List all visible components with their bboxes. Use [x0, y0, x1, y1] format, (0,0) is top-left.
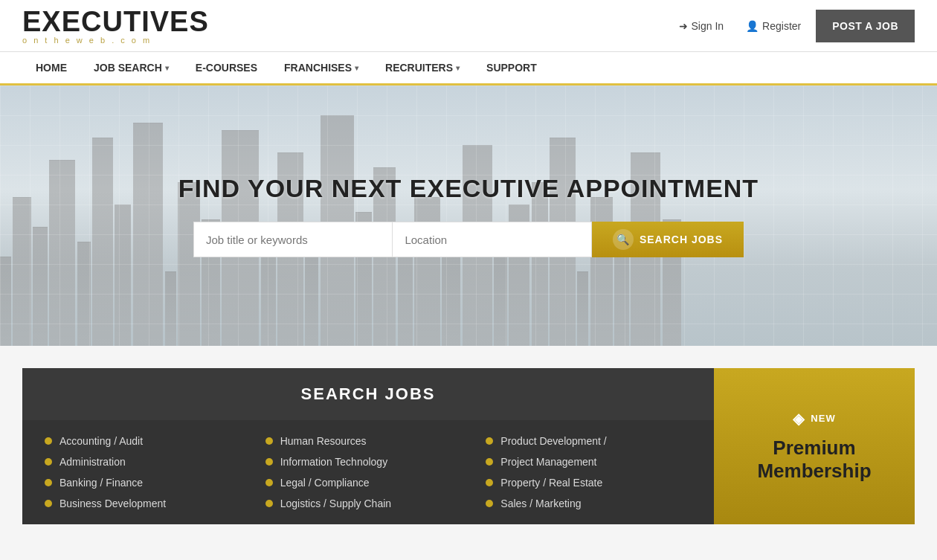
search-jobs-panel: SEARCH JOBS Accounting / Audit Human Res… [22, 368, 714, 524]
bullet-dot [265, 437, 273, 445]
list-item[interactable]: Administration [45, 456, 251, 468]
bullet-dot [265, 458, 273, 466]
bullet-dot [265, 500, 273, 507]
location-search-input[interactable] [392, 222, 591, 257]
logo: EXECUTIVES o n t h e w e b . c o m [22, 7, 209, 45]
premium-badge: ◈ NEW [793, 410, 835, 428]
bullet-dot [265, 479, 273, 486]
logo-bottom: o n t h e w e b . c o m [22, 36, 209, 45]
header: EXECUTIVES o n t h e w e b . c o m ➜ Sig… [0, 0, 937, 52]
category-label: Business Development [59, 498, 166, 509]
nav-item-home[interactable]: HOME [22, 52, 80, 83]
nav-label-support: SUPPORT [486, 62, 537, 74]
list-item[interactable]: Project Management [486, 456, 692, 468]
register-label: Register [762, 20, 801, 32]
category-label: Information Technology [280, 456, 388, 468]
header-actions: ➜ Sign In 👤 Register POST A JOB [672, 10, 915, 42]
category-label: Logistics / Supply Chain [280, 498, 391, 509]
bullet-dot [486, 479, 493, 486]
register-link[interactable]: 👤 Register [738, 16, 808, 36]
nav-item-franchises[interactable]: FRANCHISES ▾ [271, 52, 372, 83]
post-job-button[interactable]: POST A JOB [816, 10, 915, 42]
search-bar: 🔍 SEARCH JOBS [193, 222, 744, 257]
nav-item-support[interactable]: SUPPORT [473, 52, 550, 83]
chevron-down-icon-3: ▾ [456, 64, 460, 72]
list-item[interactable]: Logistics / Supply Chain [265, 498, 471, 509]
hero-title: FIND YOUR NEXT EXECUTIVE APPOINTMENT [22, 174, 915, 203]
main-nav: HOME JOB SEARCH ▾ E-COURSES FRANCHISES ▾… [0, 52, 937, 86]
nav-item-recruiters[interactable]: RECRUITERS ▾ [372, 52, 473, 83]
chevron-down-icon: ▾ [165, 64, 169, 72]
list-item[interactable]: Sales / Marketing [486, 498, 692, 509]
bullet-dot [45, 437, 52, 445]
hero-section: FIND YOUR NEXT EXECUTIVE APPOINTMENT 🔍 S… [0, 86, 937, 346]
list-item[interactable]: Accounting / Audit [45, 435, 251, 447]
bullet-dot [486, 437, 493, 445]
list-item[interactable]: Human Resources [265, 435, 471, 447]
search-jobs-button[interactable]: 🔍 SEARCH JOBS [592, 222, 744, 257]
nav-label-job-search: JOB SEARCH [94, 62, 162, 74]
nav-item-job-search[interactable]: JOB SEARCH ▾ [80, 52, 182, 83]
chevron-down-icon-2: ▾ [355, 64, 358, 72]
diamond-icon: ◈ [793, 410, 805, 428]
category-label: Legal / Compliance [280, 477, 370, 489]
search-jobs-title: SEARCH JOBS [301, 384, 436, 403]
logo-top: EXECUTIVES [22, 7, 209, 36]
category-label: Administration [59, 456, 126, 468]
bullet-dot [486, 500, 493, 507]
user-icon: 👤 [746, 20, 759, 32]
list-item[interactable]: Business Development [45, 498, 251, 509]
hero-content: FIND YOUR NEXT EXECUTIVE APPOINTMENT 🔍 S… [0, 174, 937, 257]
category-label: Human Resources [280, 435, 367, 447]
list-item[interactable]: Banking / Finance [45, 477, 251, 489]
list-item[interactable]: Product Development / [486, 435, 692, 447]
signin-link[interactable]: ➜ Sign In [672, 16, 732, 36]
category-label: Project Management [500, 456, 596, 468]
nav-label-ecourses: E-COURSES [196, 62, 257, 74]
premium-new-label: NEW [811, 413, 835, 424]
premium-panel[interactable]: ◈ NEW Premium Membership [714, 368, 915, 524]
search-button-label: SEARCH JOBS [640, 234, 723, 245]
category-label: Property / Real Estate [500, 477, 602, 489]
category-label: Sales / Marketing [500, 498, 581, 509]
bottom-section: SEARCH JOBS Accounting / Audit Human Res… [22, 368, 915, 524]
category-label: Product Development / [500, 435, 606, 447]
search-jobs-header: SEARCH JOBS [22, 368, 714, 420]
bullet-dot [45, 500, 52, 507]
list-item[interactable]: Information Technology [265, 456, 471, 468]
category-label: Accounting / Audit [59, 435, 143, 447]
search-jobs-list: Accounting / Audit Human Resources Produ… [22, 420, 714, 524]
nav-label-franchises: FRANCHISES [284, 62, 352, 74]
list-item[interactable]: Legal / Compliance [265, 477, 471, 489]
search-icon: 🔍 [613, 229, 634, 250]
category-label: Banking / Finance [59, 477, 143, 489]
nav-item-ecourses[interactable]: E-COURSES [182, 52, 271, 83]
bullet-dot [45, 458, 52, 466]
nav-label-home: HOME [36, 62, 67, 74]
signin-label: Sign In [692, 20, 724, 32]
bullet-dot [486, 458, 493, 466]
nav-label-recruiters: RECRUITERS [385, 62, 453, 74]
list-item[interactable]: Property / Real Estate [486, 477, 692, 489]
job-search-input[interactable] [193, 222, 392, 257]
bullet-dot [45, 479, 52, 486]
premium-title: Premium Membership [757, 437, 871, 483]
premium-title-line1: Premium [773, 437, 855, 459]
premium-title-line2: Membership [757, 460, 871, 482]
signin-icon: ➜ [679, 20, 688, 32]
